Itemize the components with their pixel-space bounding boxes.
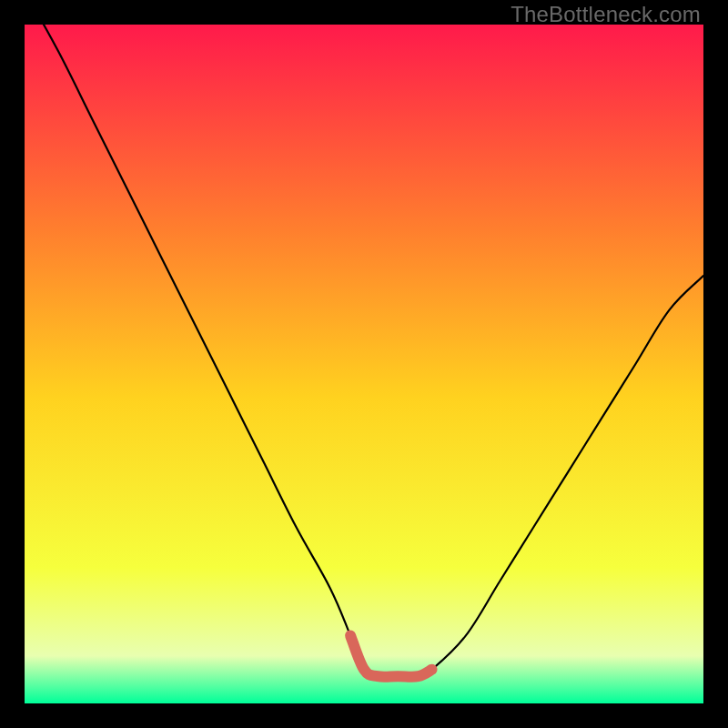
watermark-text: TheBottleneck.com: [511, 2, 701, 27]
chart-background-gradient: [25, 25, 703, 703]
bottleneck-chart: [25, 25, 703, 703]
chart-frame: TheBottleneck.com: [0, 0, 728, 728]
